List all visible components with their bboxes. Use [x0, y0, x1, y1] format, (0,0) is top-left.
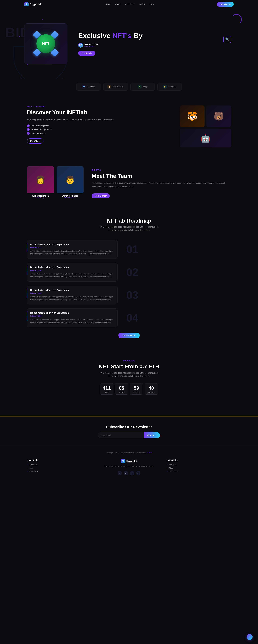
- about-label: About Cryptobit: [27, 106, 169, 108]
- team-content: Experts Meet The Team Authoritatively em…: [92, 166, 231, 198]
- hero-section: BID NFT Exclusive NFT's By NC Nichole D.…: [0, 9, 258, 79]
- more-details-button[interactable]: More Details: [78, 51, 95, 56]
- footer-copyright-link[interactable]: NFTlab: [147, 452, 152, 454]
- navbar: 💎 Cryptobit Home About Roadmap Pages Blo…: [0, 0, 258, 9]
- search-icon: 🔍: [224, 36, 231, 43]
- checklist-item-3: ✓ Sells Your Assets: [27, 132, 169, 135]
- more-member-button[interactable]: More Member: [92, 194, 110, 198]
- signup-button[interactable]: Sign Up →: [144, 432, 160, 438]
- avatar: NC: [78, 43, 83, 48]
- roadmap-items: Do the Actions align with Expectation Fe…: [27, 240, 231, 327]
- footer-quick-links: Quick Links → About Us → Blog → Contact …: [27, 459, 92, 475]
- twitter-icon[interactable]: t: [130, 471, 134, 475]
- sponsor-nftap: ✳️ nftap: [130, 83, 155, 90]
- nav-logo[interactable]: 💎 Cryptobit: [24, 2, 42, 6]
- timer-seconds-label: SECONDS: [147, 392, 155, 393]
- nav-pages[interactable]: Pages: [139, 3, 145, 6]
- timer-hours: 05 HOURS: [115, 383, 128, 394]
- roadmap-more-button[interactable]: More Member: [118, 333, 140, 338]
- roadmap-date-2: February 2024: [30, 269, 114, 271]
- pinterest-icon[interactable]: p: [124, 471, 128, 475]
- nft-figure-tiger: 🐯: [180, 106, 204, 127]
- sponsor-cryptobit: 💎 Cryptobit: [76, 83, 100, 90]
- roadmap-section: NFTlab Roadmap Proactively generate cros…: [0, 207, 258, 349]
- arrow-icon-4: →: [166, 464, 168, 466]
- about-image-3: 🤖: [180, 128, 231, 148]
- team-card-1: 👩 Wendy Robinson UI/UX Designer: [27, 166, 54, 199]
- nav-blog[interactable]: Blog: [150, 3, 154, 6]
- roadmap-number-1: 01: [123, 243, 142, 256]
- logo-icon: 💎: [24, 2, 28, 6]
- footer-link-blog-2[interactable]: → Blog: [166, 467, 231, 469]
- team-img-1: 👩: [27, 166, 54, 193]
- more-about-button[interactable]: More About: [27, 138, 44, 144]
- footer-grid: Quick Links → About Us → Blog → Contact …: [27, 459, 231, 475]
- author-role: Digital Marketer: [84, 46, 100, 47]
- roadmap-desc: Proactively generate cross-media opportu…: [95, 226, 163, 232]
- roadmap-number-4: 04: [123, 312, 142, 324]
- instagram-icon[interactable]: in: [136, 471, 140, 475]
- sponsors-bar: 💎 Cryptobit 🐕 DOGECOIN ✳️ nftap ⚡ CoinLe…: [0, 79, 258, 95]
- hero-content: Exclusive NFT's By NC Nichole D.Cherry D…: [78, 32, 142, 56]
- about-image-1: 🐯: [180, 106, 204, 127]
- email-input[interactable]: [98, 432, 144, 438]
- team-img-2: 👨: [56, 166, 84, 193]
- team-role-1: UI/UX Designer: [27, 197, 54, 199]
- footer-socials: f p t in: [118, 471, 140, 475]
- team-name-1: Wendy Robinson: [27, 195, 54, 197]
- arrow-icon-1: →: [27, 464, 28, 466]
- checklist-item-2: ✓ Collect MOre Digital Arts: [27, 128, 169, 131]
- arrow-icon-3: →: [27, 471, 28, 472]
- team-card-2: 👨 Wendy Robinson UI/UX Designer: [56, 166, 84, 199]
- nav-about[interactable]: About: [115, 3, 120, 6]
- hero-author: NC Nichole D.Cherry Digital Marketer: [78, 43, 142, 48]
- spacer: [0, 406, 258, 416]
- roadmap-card-title-1: Do the Actions align with Expectation: [30, 243, 114, 246]
- sponsor-icon-2: 🐕: [108, 85, 111, 88]
- roadmap-number-2: 02: [123, 266, 142, 278]
- roadmap-card-desc-1: Authoritatively embrace top-line applica…: [30, 250, 114, 256]
- roadmap-accent-3: [27, 288, 28, 298]
- roadmap-date-3: February 2024: [30, 292, 114, 294]
- roadmap-card-title-2: Do the Actions align with Expectation: [30, 266, 114, 268]
- roadmap-card-title-3: Do the Actions align with Expectation: [30, 289, 114, 292]
- checklist-item-1: ✓ Project Development: [27, 124, 169, 127]
- timer-seconds: 40 SECONDS: [144, 383, 158, 394]
- countdown-desc: Proactively generate cross-media opportu…: [97, 372, 161, 378]
- roadmap-card-desc-3: Authoritatively embrace top-line applica…: [30, 296, 114, 301]
- timer-hours-label: HOURS: [118, 392, 125, 393]
- footer: Copyright © 2024 Cryptobit name All righ…: [0, 446, 258, 481]
- arrow-icon-5: →: [166, 467, 168, 469]
- footer-logo-section: 💎 Cryptobit Join Us Cryptobit and Sellin…: [97, 459, 161, 475]
- footer-link-about-us-2[interactable]: → About Us: [166, 464, 231, 466]
- team-name-2: Wendy Robinson: [56, 195, 84, 197]
- hero-dot-1: [42, 20, 43, 20]
- check-icon-3: ✓: [27, 132, 30, 135]
- roadmap-row-4: 04 Do the Actions align with Expectation…: [27, 308, 231, 327]
- footer-link-contact-2[interactable]: → Contact Us: [166, 470, 231, 473]
- footer-link-blog-1[interactable]: → Blog: [27, 467, 92, 469]
- newsletter-section: Subscribe Our Newsletter Sign Up →: [0, 416, 258, 446]
- timer-days: 411 DAYS: [100, 383, 114, 394]
- footer-link-about-us-1[interactable]: → About Us: [27, 464, 92, 466]
- check-icon-2: ✓: [27, 128, 30, 131]
- nav-roadmap[interactable]: Roadmap: [125, 3, 134, 6]
- nft-sphere: NFT: [36, 34, 55, 53]
- nft-figure-robot: 🤖: [180, 128, 231, 148]
- roadmap-date-4: February 2024: [30, 315, 114, 317]
- nav-links: Home About Roadmap Pages Blog: [105, 3, 154, 6]
- footer-copyright: Copyright © 2024 Cryptobit name All righ…: [27, 452, 231, 454]
- extra-links-title: Extra Links: [166, 459, 231, 461]
- nav-home[interactable]: Home: [105, 3, 110, 6]
- author-name: Nichole D.Cherry: [84, 43, 100, 46]
- about-checklist: ✓ Project Development ✓ Collect MOre Dig…: [27, 124, 169, 135]
- facebook-icon[interactable]: f: [118, 471, 122, 475]
- about-desc: Proactively generate cross-media opportu…: [27, 118, 169, 121]
- timer-days-value: 411: [102, 385, 112, 391]
- footer-link-contact-1[interactable]: → Contact Us: [27, 470, 92, 473]
- get-quote-button[interactable]: Get A Quote: [217, 2, 234, 7]
- footer-logo: 💎 Cryptobit: [121, 459, 137, 463]
- team-role-2: UI/UX Designer: [56, 197, 84, 199]
- team-section: 👩 Wendy Robinson UI/UX Designer 👨 Wendy …: [0, 158, 258, 207]
- roadmap-card-1: Do the Actions align with Expectation Fe…: [27, 240, 118, 259]
